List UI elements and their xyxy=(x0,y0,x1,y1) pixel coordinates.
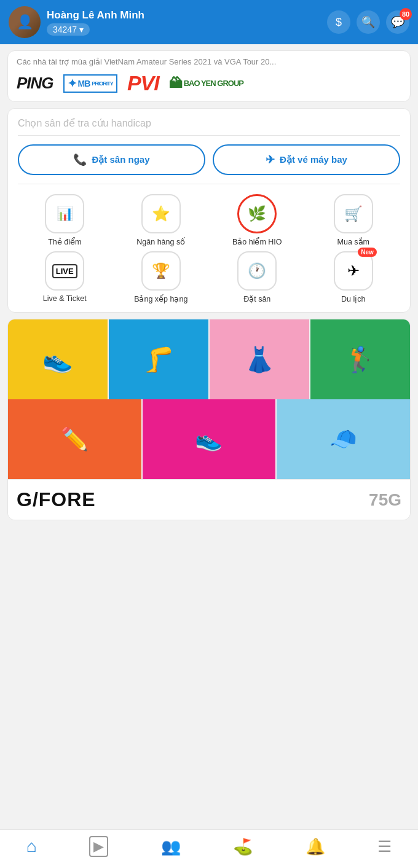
product-image-5: ✏️ xyxy=(8,399,141,479)
cart-icon: 🛒 xyxy=(344,205,363,222)
gfore-brand: G/FORE xyxy=(17,488,96,511)
star-icon: ⭐ xyxy=(152,205,170,222)
product-cell-5[interactable]: ✏️ xyxy=(8,399,141,479)
product-image-1: 👟 xyxy=(8,319,108,399)
menu-grid: 📊 Thẻ điểm ⭐ Ngân hàng số 🌿 Bảo hiểm HIO… xyxy=(18,194,400,303)
mb-logo: ✦MBPRIORITY xyxy=(63,74,117,93)
hio-icon-wrap: 🌿 xyxy=(237,194,277,233)
gfore-tag: 75G xyxy=(369,490,401,510)
ranking-icon-wrap: 🏆 xyxy=(141,251,181,291)
product-section: 👟 🦵 👗 🏌️ ✏️ 👟 xyxy=(7,319,411,520)
book-flight-button[interactable]: ✈ Đặt vé máy bay xyxy=(213,144,400,175)
book-court-label: Đặt sân ngay xyxy=(92,154,149,165)
nav-golf[interactable]: ⛳ xyxy=(233,837,253,856)
digital-bank-icon-wrap: ⭐ xyxy=(141,194,181,233)
book-flight-label: Đặt vé máy bay xyxy=(280,154,347,165)
nav-video[interactable]: ▶ xyxy=(89,836,108,857)
menu-item-shop[interactable]: 🛒 Mua sắm xyxy=(307,194,401,246)
score-icon-wrap: 📊 xyxy=(45,194,84,233)
product-image-4: 🏌️ xyxy=(310,319,410,399)
book-court-icon-wrap: 🕐 xyxy=(237,251,277,291)
golf-icon: ⛳ xyxy=(233,837,253,856)
ranking-icon: 🏆 xyxy=(152,262,170,280)
product-cell-6[interactable]: 👟 xyxy=(143,399,276,479)
sponsor-logos: PING ✦MBPRIORITY PVI 🏔BAO YEN GROUP xyxy=(17,71,401,95)
ranking-label: Bảng xếp hạng xyxy=(134,294,187,303)
shop-label: Mua sắm xyxy=(337,237,369,246)
pvi-logo: PVI xyxy=(127,71,159,95)
dollar-icon: $ xyxy=(336,16,342,29)
bao-yen-logo: 🏔BAO YEN GROUP xyxy=(169,76,243,92)
product-image-2: 🦵 xyxy=(109,319,208,399)
menu-item-travel[interactable]: ✈ New Du lịch xyxy=(307,251,401,303)
live-icon-wrap: LIVE xyxy=(45,251,84,291)
product-grid-bottom: ✏️ 👟 🧢 xyxy=(8,399,410,479)
product-cell-1[interactable]: 👟 xyxy=(8,319,108,399)
gfore-banner: G/FORE 75G xyxy=(8,479,410,520)
header-action-icons: $ 🔍 💬 80 xyxy=(327,10,409,34)
community-icon: 👥 xyxy=(161,837,181,856)
book-court-menu-label: Đặt sân xyxy=(243,294,270,303)
bottom-navigation: ⌂ ▶ 👥 ⛳ 🔔 ☰ xyxy=(0,829,418,868)
product-cell-7[interactable]: 🧢 xyxy=(277,399,410,479)
digital-bank-label: Ngân hàng số xyxy=(136,237,185,246)
nav-menu[interactable]: ☰ xyxy=(377,837,392,856)
product-grid-top: 👟 🦵 👗 🏌️ xyxy=(8,319,410,399)
nav-community[interactable]: 👥 xyxy=(161,837,181,856)
product-cell-2[interactable]: 🦵 xyxy=(109,319,208,399)
sponsor-banner: Các nhà tài trợ mùa giải VietNam Amateur… xyxy=(7,50,411,102)
new-badge: New xyxy=(358,248,377,257)
phone-icon: 📞 xyxy=(73,153,87,166)
product-cell-3[interactable]: 👗 xyxy=(210,319,309,399)
dollar-icon-button[interactable]: $ xyxy=(327,10,350,34)
handicap-card: Chọn sân để tra cứu handicap 📞 Đặt sân n… xyxy=(7,108,411,313)
product-image-6: 👟 xyxy=(143,399,276,479)
menu-item-digital-bank[interactable]: ⭐ Ngân hàng số xyxy=(114,194,208,246)
travel-label: Du lịch xyxy=(341,294,365,303)
header-user-info: Hoàng Lê Anh Minh 34247 ▾ xyxy=(47,9,321,36)
plane-icon: ✈ xyxy=(266,153,275,166)
avatar[interactable]: 👤 xyxy=(9,6,41,38)
menu-item-book-court[interactable]: 🕐 Đặt sân xyxy=(210,251,304,303)
hamburger-icon: ☰ xyxy=(377,837,392,856)
chat-icon-button[interactable]: 💬 80 xyxy=(386,10,409,34)
book-court-button[interactable]: 📞 Đặt sân ngay xyxy=(18,144,205,175)
score-icon: 📊 xyxy=(57,206,73,222)
menu-item-ranking[interactable]: 🏆 Bảng xếp hạng xyxy=(114,251,208,303)
product-image-7: 🧢 xyxy=(277,399,410,479)
nav-notifications[interactable]: 🔔 xyxy=(306,837,325,856)
search-icon-button[interactable]: 🔍 xyxy=(357,10,380,34)
nav-home[interactable]: ⌂ xyxy=(26,837,37,856)
chat-badge: 80 xyxy=(400,8,412,20)
menu-item-score[interactable]: 📊 Thẻ điểm xyxy=(18,194,112,246)
menu-item-hio[interactable]: 🌿 Bảo hiểm HIO xyxy=(210,194,304,246)
shop-icon-wrap: 🛒 xyxy=(334,194,373,233)
score-label: Thẻ điểm xyxy=(48,237,81,246)
menu-item-live[interactable]: LIVE Live & Ticket xyxy=(18,251,112,303)
live-icon: LIVE xyxy=(52,264,77,278)
divider xyxy=(18,184,400,184)
live-label: Live & Ticket xyxy=(43,294,87,303)
action-buttons: 📞 Đặt sân ngay ✈ Đặt vé máy bay xyxy=(18,144,400,175)
handicap-input[interactable]: Chọn sân để tra cứu handicap xyxy=(18,117,400,136)
clock-icon: 🕐 xyxy=(248,262,266,280)
bell-icon: 🔔 xyxy=(306,837,325,856)
product-cell-4[interactable]: 🏌️ xyxy=(310,319,410,399)
chevron-down-icon: ▾ xyxy=(79,25,84,34)
sponsor-text: Các nhà tài trợ mùa giải VietNam Amateur… xyxy=(17,57,401,66)
video-icon: ▶ xyxy=(89,836,108,857)
hio-label: Bảo hiểm HIO xyxy=(232,237,282,246)
user-name: Hoàng Lê Anh Minh xyxy=(47,9,321,22)
user-id-badge[interactable]: 34247 ▾ xyxy=(47,23,90,36)
app-header: 👤 Hoàng Lê Anh Minh 34247 ▾ $ 🔍 💬 80 xyxy=(0,0,418,44)
hio-icon: 🌿 xyxy=(248,205,266,222)
product-image-3: 👗 xyxy=(210,319,309,399)
travel-icon: ✈ xyxy=(347,262,360,280)
travel-icon-wrap: ✈ New xyxy=(334,251,373,291)
search-icon: 🔍 xyxy=(361,15,375,29)
ping-logo: PING xyxy=(17,74,53,93)
home-icon: ⌂ xyxy=(26,837,37,856)
